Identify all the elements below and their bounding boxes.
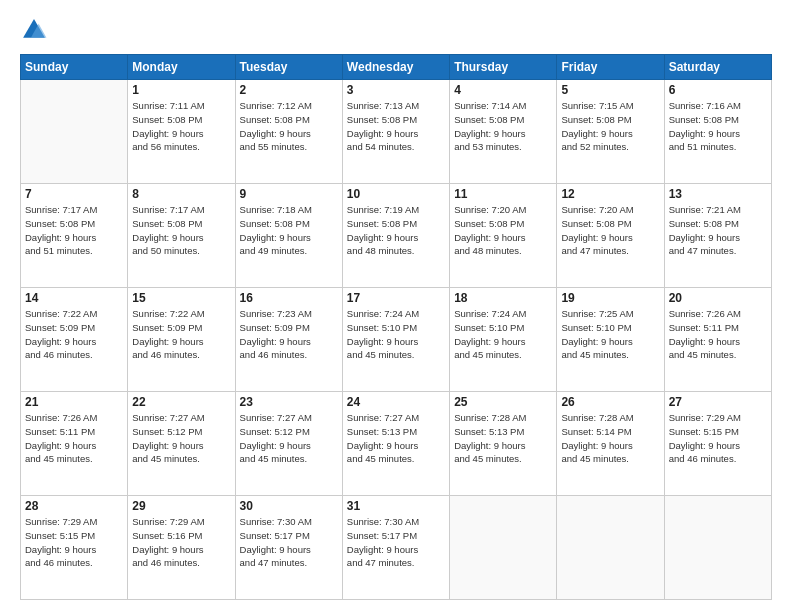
day-info: Sunrise: 7:21 AM Sunset: 5:08 PM Dayligh… (669, 203, 767, 258)
calendar-day-cell: 20Sunrise: 7:26 AM Sunset: 5:11 PM Dayli… (664, 288, 771, 392)
day-info: Sunrise: 7:26 AM Sunset: 5:11 PM Dayligh… (25, 411, 123, 466)
day-info: Sunrise: 7:29 AM Sunset: 5:15 PM Dayligh… (25, 515, 123, 570)
day-number: 10 (347, 187, 445, 201)
day-number: 8 (132, 187, 230, 201)
calendar-week-row: 28Sunrise: 7:29 AM Sunset: 5:15 PM Dayli… (21, 496, 772, 600)
day-number: 22 (132, 395, 230, 409)
calendar-week-row: 7Sunrise: 7:17 AM Sunset: 5:08 PM Daylig… (21, 184, 772, 288)
day-info: Sunrise: 7:22 AM Sunset: 5:09 PM Dayligh… (25, 307, 123, 362)
day-info: Sunrise: 7:19 AM Sunset: 5:08 PM Dayligh… (347, 203, 445, 258)
day-number: 17 (347, 291, 445, 305)
day-info: Sunrise: 7:27 AM Sunset: 5:13 PM Dayligh… (347, 411, 445, 466)
calendar-day-cell: 3Sunrise: 7:13 AM Sunset: 5:08 PM Daylig… (342, 80, 449, 184)
calendar-day-cell: 14Sunrise: 7:22 AM Sunset: 5:09 PM Dayli… (21, 288, 128, 392)
day-info: Sunrise: 7:29 AM Sunset: 5:16 PM Dayligh… (132, 515, 230, 570)
day-number: 16 (240, 291, 338, 305)
day-number: 5 (561, 83, 659, 97)
day-number: 30 (240, 499, 338, 513)
day-info: Sunrise: 7:20 AM Sunset: 5:08 PM Dayligh… (561, 203, 659, 258)
calendar-day-cell: 2Sunrise: 7:12 AM Sunset: 5:08 PM Daylig… (235, 80, 342, 184)
day-number: 2 (240, 83, 338, 97)
weekday-header: Wednesday (342, 55, 449, 80)
calendar-day-cell: 15Sunrise: 7:22 AM Sunset: 5:09 PM Dayli… (128, 288, 235, 392)
calendar-day-cell: 1Sunrise: 7:11 AM Sunset: 5:08 PM Daylig… (128, 80, 235, 184)
day-number: 18 (454, 291, 552, 305)
day-number: 26 (561, 395, 659, 409)
day-number: 24 (347, 395, 445, 409)
calendar-day-cell: 7Sunrise: 7:17 AM Sunset: 5:08 PM Daylig… (21, 184, 128, 288)
weekday-header: Friday (557, 55, 664, 80)
calendar-day-cell: 22Sunrise: 7:27 AM Sunset: 5:12 PM Dayli… (128, 392, 235, 496)
calendar-day-cell (664, 496, 771, 600)
day-info: Sunrise: 7:30 AM Sunset: 5:17 PM Dayligh… (347, 515, 445, 570)
calendar-day-cell: 4Sunrise: 7:14 AM Sunset: 5:08 PM Daylig… (450, 80, 557, 184)
day-info: Sunrise: 7:11 AM Sunset: 5:08 PM Dayligh… (132, 99, 230, 154)
day-info: Sunrise: 7:28 AM Sunset: 5:13 PM Dayligh… (454, 411, 552, 466)
day-number: 12 (561, 187, 659, 201)
day-number: 7 (25, 187, 123, 201)
calendar-day-cell: 24Sunrise: 7:27 AM Sunset: 5:13 PM Dayli… (342, 392, 449, 496)
calendar-day-cell: 21Sunrise: 7:26 AM Sunset: 5:11 PM Dayli… (21, 392, 128, 496)
day-number: 9 (240, 187, 338, 201)
calendar-week-row: 1Sunrise: 7:11 AM Sunset: 5:08 PM Daylig… (21, 80, 772, 184)
calendar-day-cell: 17Sunrise: 7:24 AM Sunset: 5:10 PM Dayli… (342, 288, 449, 392)
day-info: Sunrise: 7:17 AM Sunset: 5:08 PM Dayligh… (132, 203, 230, 258)
day-number: 13 (669, 187, 767, 201)
weekday-header: Tuesday (235, 55, 342, 80)
logo-icon (20, 16, 48, 44)
calendar-day-cell: 26Sunrise: 7:28 AM Sunset: 5:14 PM Dayli… (557, 392, 664, 496)
day-number: 19 (561, 291, 659, 305)
calendar-day-cell: 30Sunrise: 7:30 AM Sunset: 5:17 PM Dayli… (235, 496, 342, 600)
weekday-header: Thursday (450, 55, 557, 80)
calendar-day-cell: 12Sunrise: 7:20 AM Sunset: 5:08 PM Dayli… (557, 184, 664, 288)
calendar-day-cell: 16Sunrise: 7:23 AM Sunset: 5:09 PM Dayli… (235, 288, 342, 392)
day-number: 21 (25, 395, 123, 409)
day-info: Sunrise: 7:16 AM Sunset: 5:08 PM Dayligh… (669, 99, 767, 154)
day-number: 25 (454, 395, 552, 409)
calendar-day-cell (450, 496, 557, 600)
day-number: 27 (669, 395, 767, 409)
calendar-day-cell: 19Sunrise: 7:25 AM Sunset: 5:10 PM Dayli… (557, 288, 664, 392)
day-number: 20 (669, 291, 767, 305)
calendar-day-cell: 11Sunrise: 7:20 AM Sunset: 5:08 PM Dayli… (450, 184, 557, 288)
calendar-day-cell: 8Sunrise: 7:17 AM Sunset: 5:08 PM Daylig… (128, 184, 235, 288)
calendar-day-cell: 31Sunrise: 7:30 AM Sunset: 5:17 PM Dayli… (342, 496, 449, 600)
day-info: Sunrise: 7:30 AM Sunset: 5:17 PM Dayligh… (240, 515, 338, 570)
calendar-day-cell (21, 80, 128, 184)
day-number: 6 (669, 83, 767, 97)
day-info: Sunrise: 7:20 AM Sunset: 5:08 PM Dayligh… (454, 203, 552, 258)
calendar-day-cell: 27Sunrise: 7:29 AM Sunset: 5:15 PM Dayli… (664, 392, 771, 496)
weekday-header: Monday (128, 55, 235, 80)
weekday-header: Sunday (21, 55, 128, 80)
day-number: 3 (347, 83, 445, 97)
calendar-week-row: 14Sunrise: 7:22 AM Sunset: 5:09 PM Dayli… (21, 288, 772, 392)
day-info: Sunrise: 7:12 AM Sunset: 5:08 PM Dayligh… (240, 99, 338, 154)
day-number: 1 (132, 83, 230, 97)
day-number: 28 (25, 499, 123, 513)
day-number: 4 (454, 83, 552, 97)
calendar-day-cell: 13Sunrise: 7:21 AM Sunset: 5:08 PM Dayli… (664, 184, 771, 288)
calendar-day-cell: 18Sunrise: 7:24 AM Sunset: 5:10 PM Dayli… (450, 288, 557, 392)
weekday-header: Saturday (664, 55, 771, 80)
calendar-table: SundayMondayTuesdayWednesdayThursdayFrid… (20, 54, 772, 600)
day-info: Sunrise: 7:14 AM Sunset: 5:08 PM Dayligh… (454, 99, 552, 154)
day-number: 23 (240, 395, 338, 409)
calendar-day-cell: 23Sunrise: 7:27 AM Sunset: 5:12 PM Dayli… (235, 392, 342, 496)
day-number: 15 (132, 291, 230, 305)
day-number: 11 (454, 187, 552, 201)
day-info: Sunrise: 7:29 AM Sunset: 5:15 PM Dayligh… (669, 411, 767, 466)
logo (20, 16, 52, 44)
day-info: Sunrise: 7:15 AM Sunset: 5:08 PM Dayligh… (561, 99, 659, 154)
page: SundayMondayTuesdayWednesdayThursdayFrid… (0, 0, 792, 612)
day-number: 14 (25, 291, 123, 305)
calendar-day-cell: 29Sunrise: 7:29 AM Sunset: 5:16 PM Dayli… (128, 496, 235, 600)
calendar-day-cell (557, 496, 664, 600)
calendar-week-row: 21Sunrise: 7:26 AM Sunset: 5:11 PM Dayli… (21, 392, 772, 496)
day-info: Sunrise: 7:27 AM Sunset: 5:12 PM Dayligh… (240, 411, 338, 466)
calendar-day-cell: 10Sunrise: 7:19 AM Sunset: 5:08 PM Dayli… (342, 184, 449, 288)
calendar-day-cell: 6Sunrise: 7:16 AM Sunset: 5:08 PM Daylig… (664, 80, 771, 184)
calendar-day-cell: 25Sunrise: 7:28 AM Sunset: 5:13 PM Dayli… (450, 392, 557, 496)
header (20, 16, 772, 44)
day-info: Sunrise: 7:27 AM Sunset: 5:12 PM Dayligh… (132, 411, 230, 466)
day-info: Sunrise: 7:18 AM Sunset: 5:08 PM Dayligh… (240, 203, 338, 258)
